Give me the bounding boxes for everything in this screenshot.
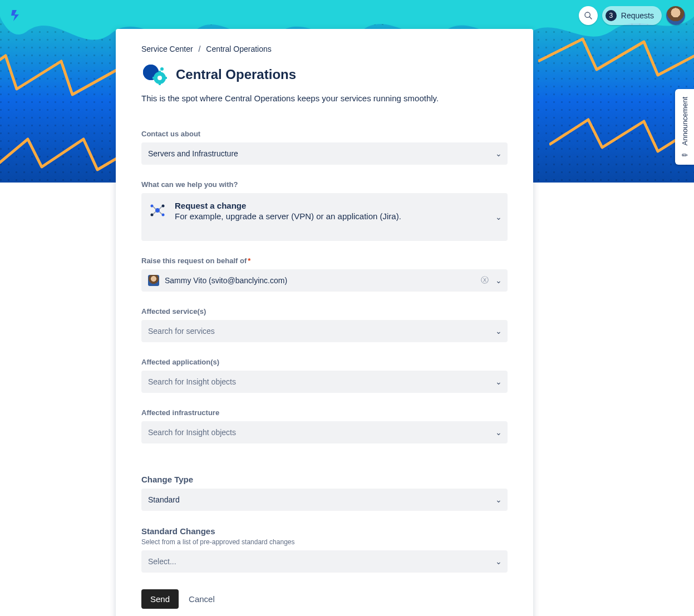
announcement-label: Announcement xyxy=(681,97,689,145)
standard-changes-sublabel: Select from a list of pre-approved stand… xyxy=(141,538,508,546)
topbar: 3 Requests xyxy=(0,4,694,27)
project-icon xyxy=(141,61,168,88)
svg-point-9 xyxy=(160,67,164,71)
contact-select[interactable]: Servers and Infrastructure ⌄ xyxy=(141,142,508,165)
services-select[interactable]: Search for services ⌄ xyxy=(141,320,508,342)
services-placeholder: Search for services xyxy=(148,327,215,336)
chevron-down-icon: ⌄ xyxy=(495,377,502,386)
infrastructure-select[interactable]: Search for Insight objects ⌄ xyxy=(141,421,508,443)
contact-value: Servers and Infrastructure xyxy=(148,149,238,158)
change-type-value: Standard xyxy=(148,495,180,504)
svg-line-1 xyxy=(589,17,592,19)
behalf-select[interactable]: Sammy Vito (svito@banclyinc.com) ⓧ ⌄ xyxy=(141,269,508,292)
svg-rect-6 xyxy=(159,82,161,85)
svg-rect-7 xyxy=(152,77,156,79)
svg-point-4 xyxy=(157,76,162,80)
svg-line-15 xyxy=(153,206,156,209)
chevron-down-icon: ⌄ xyxy=(495,495,502,504)
svg-line-18 xyxy=(159,211,162,214)
search-button[interactable] xyxy=(579,6,598,25)
help-label: What can we help you with? xyxy=(141,180,508,189)
contact-label: Contact us about xyxy=(141,130,508,138)
lightning-bolt-icon xyxy=(538,33,694,111)
user-avatar[interactable] xyxy=(666,6,685,25)
main-card: Service Center / Central Operations Cent… xyxy=(116,29,533,616)
change-type-select[interactable]: Standard ⌄ xyxy=(141,489,508,511)
chevron-down-icon: ⌄ xyxy=(495,276,502,285)
requests-button[interactable]: 3 Requests xyxy=(602,6,662,25)
infrastructure-placeholder: Search for Insight objects xyxy=(148,428,236,437)
announcement-tab[interactable]: Announcement ✎ xyxy=(675,89,694,165)
pin-icon: ✎ xyxy=(680,150,690,160)
cancel-button[interactable]: Cancel xyxy=(189,594,215,604)
required-star: * xyxy=(248,257,250,265)
chevron-down-icon: ⌄ xyxy=(495,557,502,566)
page-description: This is the spot where Central Operation… xyxy=(141,93,508,103)
send-button[interactable]: Send xyxy=(141,589,179,609)
app-logo-icon[interactable] xyxy=(9,9,22,22)
chevron-down-icon: ⌄ xyxy=(495,327,502,336)
breadcrumb-separator: / xyxy=(198,45,200,53)
help-description: For example, upgrade a server (VPN) or a… xyxy=(175,211,401,221)
infrastructure-label: Affected infrastructure xyxy=(141,408,508,417)
applications-select[interactable]: Search for Insight objects ⌄ xyxy=(141,371,508,393)
user-avatar-icon xyxy=(148,275,159,286)
behalf-value: Sammy Vito (svito@banclyinc.com) xyxy=(165,276,287,285)
standard-changes-select[interactable]: Select... ⌄ xyxy=(141,550,508,573)
breadcrumb-current[interactable]: Central Operations xyxy=(206,45,272,53)
help-title: Request a change xyxy=(175,201,401,210)
svg-rect-8 xyxy=(164,77,167,79)
chevron-down-icon: ⌄ xyxy=(495,428,502,437)
clear-icon[interactable]: ⓧ xyxy=(481,275,489,285)
svg-rect-5 xyxy=(159,71,161,74)
chevron-down-icon: ⌄ xyxy=(495,149,502,158)
services-label: Affected service(s) xyxy=(141,307,508,316)
change-type-label: Change Type xyxy=(141,475,508,484)
requests-label: Requests xyxy=(621,11,654,20)
lightning-bolt-icon xyxy=(549,111,694,178)
chevron-down-icon: ⌄ xyxy=(495,213,502,221)
standard-changes-label: Standard Changes xyxy=(141,526,508,536)
applications-placeholder: Search for Insight objects xyxy=(148,377,236,386)
search-icon xyxy=(584,11,593,20)
page-title: Central Operations xyxy=(176,67,296,82)
help-select[interactable]: Request a change For example, upgrade a … xyxy=(141,193,508,241)
standard-changes-placeholder: Select... xyxy=(148,557,176,566)
behalf-label: Raise this request on behalf of* xyxy=(141,257,508,265)
breadcrumb: Service Center / Central Operations xyxy=(141,45,508,53)
requests-count-badge: 3 xyxy=(606,10,617,21)
svg-line-17 xyxy=(153,211,156,214)
breadcrumb-root[interactable]: Service Center xyxy=(141,45,193,53)
applications-label: Affected application(s) xyxy=(141,358,508,366)
svg-line-16 xyxy=(159,206,162,209)
request-type-icon xyxy=(148,201,167,220)
